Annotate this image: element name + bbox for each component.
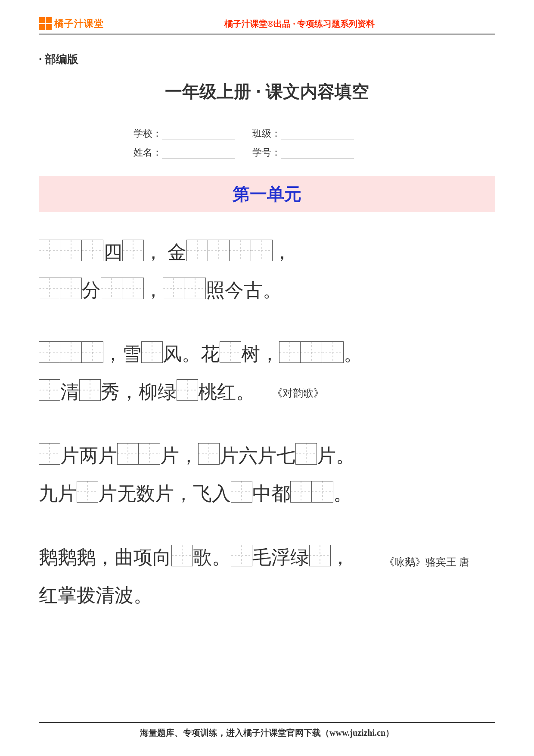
text-segment: 桃红。	[198, 381, 255, 403]
citation: 《对韵歌》	[272, 387, 324, 399]
blank-box-group[interactable]	[231, 545, 252, 566]
blank-box-group[interactable]	[220, 341, 241, 363]
unit-banner: 第一单元	[39, 176, 495, 212]
blank-box[interactable]	[231, 545, 252, 566]
text-segment: 秀，柳绿	[101, 381, 177, 403]
text-segment: 毛浮绿	[252, 547, 309, 568]
text-segment: 歌。	[193, 547, 231, 568]
text-segment: 片。	[317, 445, 355, 466]
blank-box[interactable]	[290, 481, 312, 503]
text-segment: 分	[82, 280, 101, 301]
blank-box[interactable]	[141, 341, 163, 363]
blank-box[interactable]	[60, 341, 82, 363]
id-label: 学号：	[252, 146, 281, 159]
text-segment: ，	[144, 280, 163, 301]
blank-box[interactable]	[177, 379, 198, 401]
text-segment: 树，	[241, 344, 279, 365]
blank-box-group[interactable]	[163, 278, 206, 299]
blank-box[interactable]	[171, 545, 193, 566]
page-footer: 海量题库、专项训练，进入橘子汁课堂官网下载（www.juzizhi.cn）	[39, 722, 495, 739]
blank-box[interactable]	[220, 341, 241, 363]
blank-box[interactable]	[60, 278, 82, 299]
text-segment: 片无数片，飞入	[98, 483, 231, 504]
blank-box[interactable]	[208, 240, 230, 261]
blank-box[interactable]	[251, 240, 273, 261]
blank-box-group[interactable]	[39, 341, 103, 363]
text-segment: 。	[344, 344, 363, 365]
blank-box[interactable]	[101, 278, 122, 299]
citation: 《咏鹅》骆宾王 唐	[384, 552, 469, 572]
brand-name: 橘子汁课堂	[54, 17, 104, 30]
text-segment: ，雪	[103, 344, 141, 365]
blank-box-group[interactable]	[101, 278, 144, 299]
blank-box-group[interactable]	[117, 443, 160, 465]
blank-box[interactable]	[309, 545, 331, 566]
text-segment: 红掌拨清波。	[39, 585, 152, 606]
blank-box-group[interactable]	[141, 341, 163, 363]
exercise-line: ，雪风。花树，。	[39, 335, 495, 373]
blank-box[interactable]	[139, 443, 160, 465]
blank-box[interactable]	[322, 341, 344, 363]
blank-box[interactable]	[230, 240, 251, 261]
exercise-line: 清秀，柳绿桃红。《对韵歌》	[39, 373, 495, 411]
blank-box-group[interactable]	[171, 545, 193, 566]
page-title: 一年级上册 · 课文内容填空	[39, 80, 495, 103]
blank-box[interactable]	[279, 341, 301, 363]
text-segment: 片两片	[60, 445, 117, 466]
text-segment: 九片	[39, 483, 77, 504]
blank-box-group[interactable]	[231, 481, 252, 503]
blank-box[interactable]	[60, 240, 82, 261]
school-field[interactable]	[162, 131, 235, 140]
blank-box[interactable]	[301, 341, 322, 363]
blank-box[interactable]	[122, 278, 144, 299]
blank-box[interactable]	[82, 240, 103, 261]
text-segment: 清	[60, 381, 79, 403]
blank-box[interactable]	[198, 443, 220, 465]
blank-box[interactable]	[122, 240, 144, 261]
blank-box-group[interactable]	[309, 545, 331, 566]
blank-box[interactable]	[39, 240, 60, 261]
blank-box-group[interactable]	[290, 481, 333, 503]
class-field[interactable]	[281, 131, 354, 140]
blank-box[interactable]	[312, 481, 333, 503]
blank-box[interactable]	[39, 443, 60, 465]
blank-box[interactable]	[231, 481, 252, 503]
blank-box-group[interactable]	[295, 443, 317, 465]
blank-box-group[interactable]	[186, 240, 273, 261]
blank-box-group[interactable]	[122, 240, 144, 261]
id-field[interactable]	[281, 150, 354, 159]
blank-box[interactable]	[79, 379, 101, 401]
exercise-line: 四， 金，	[39, 234, 495, 272]
blank-box-group[interactable]	[39, 379, 60, 401]
blank-box[interactable]	[82, 341, 103, 363]
exercise-line: 分，照今古。	[39, 272, 495, 309]
exercise-line: 片两片片，片六片七片。	[39, 437, 495, 475]
blank-box[interactable]	[77, 481, 98, 503]
blank-box[interactable]	[39, 379, 60, 401]
blank-box-group[interactable]	[79, 379, 101, 401]
edition-label: · 部编版	[39, 52, 495, 67]
blank-box-group[interactable]	[39, 278, 82, 299]
blank-box[interactable]	[186, 240, 208, 261]
blank-box[interactable]	[184, 278, 206, 299]
school-label: 学校：	[134, 127, 162, 140]
blank-box-group[interactable]	[279, 341, 344, 363]
blank-box[interactable]	[117, 443, 139, 465]
blank-box[interactable]	[39, 341, 60, 363]
blank-box[interactable]	[163, 278, 184, 299]
text-segment: 片六片七	[220, 445, 295, 466]
name-label: 姓名：	[134, 146, 162, 159]
blank-box-group[interactable]	[39, 240, 103, 261]
blank-box[interactable]	[39, 278, 60, 299]
text-segment: 片，	[160, 445, 198, 466]
blank-box-group[interactable]	[77, 481, 98, 503]
name-field[interactable]	[162, 150, 235, 159]
blank-box-group[interactable]	[177, 379, 198, 401]
blank-box[interactable]	[295, 443, 317, 465]
text-segment: 风。花	[163, 344, 220, 365]
header-bar: 橘子汁课堂 橘子汁课堂®出品 · 专项练习题系列资料	[39, 17, 495, 34]
stanza: ，雪风。花树，。清秀，柳绿桃红。《对韵歌》	[39, 335, 495, 411]
blank-box-group[interactable]	[39, 443, 60, 465]
student-info: 学校： 班级： 姓名： 学号：	[134, 127, 400, 159]
blank-box-group[interactable]	[198, 443, 220, 465]
